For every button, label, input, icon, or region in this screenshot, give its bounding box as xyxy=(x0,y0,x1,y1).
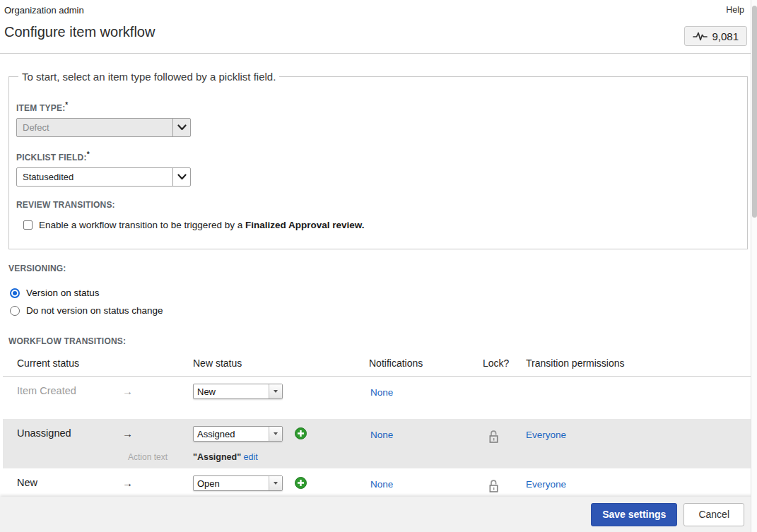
pulse-icon xyxy=(693,30,708,42)
dropdown-arrow-icon[interactable] xyxy=(269,427,282,441)
page-title: Configure item workflow xyxy=(4,24,155,40)
new-status-cell: Open xyxy=(193,475,369,497)
page-header: Organization admin Help Configure item w… xyxy=(0,0,757,54)
item-count-value: 9,081 xyxy=(712,30,739,42)
add-transition-button[interactable] xyxy=(295,427,307,439)
new-status-value: Assigned xyxy=(194,427,269,441)
chevron-down-icon xyxy=(172,119,190,136)
dropdown-arrow-icon[interactable] xyxy=(269,384,282,398)
help-link[interactable]: Help xyxy=(726,5,744,15)
notifications-cell: None xyxy=(369,475,483,497)
notifications-link[interactable]: None xyxy=(370,479,393,490)
fieldset-legend: To start, select an item type followed b… xyxy=(18,71,279,83)
versioning-section: VERSIONING: Version on status Do not ver… xyxy=(8,264,749,319)
required-asterisk: * xyxy=(87,150,90,158)
col-current-status: Current status xyxy=(17,357,122,369)
lock-cell xyxy=(483,475,526,497)
current-status-value: New xyxy=(17,475,122,497)
action-text-label: Action text xyxy=(122,447,193,463)
item-type-value: Defect xyxy=(17,119,172,136)
radio-icon[interactable] xyxy=(10,306,20,316)
radio-no-version-on-status-change[interactable]: Do not version on status change xyxy=(8,302,749,319)
item-type-group: ITEM TYPE:* Defect xyxy=(16,101,740,137)
picklist-field-select[interactable]: Statusedited xyxy=(16,167,191,187)
transition-row: Unassigned → Assigned None Everyone Acti… xyxy=(3,419,754,468)
permissions-link[interactable]: Everyone xyxy=(526,479,566,490)
vertical-scrollbar[interactable] xyxy=(751,0,757,532)
unlock-icon[interactable] xyxy=(488,479,499,493)
add-transition-button[interactable] xyxy=(295,477,307,489)
picklist-field-label: PICKLIST FIELD:* xyxy=(16,150,740,162)
arrow-right-icon: → xyxy=(122,384,193,405)
chevron-down-icon xyxy=(172,168,190,186)
notifications-cell: None xyxy=(369,426,483,447)
new-status-select[interactable]: Open xyxy=(193,475,283,491)
radio-icon[interactable] xyxy=(10,288,20,298)
action-text-value xyxy=(193,405,369,413)
new-status-cell: New xyxy=(193,384,369,405)
lock-cell xyxy=(483,426,526,447)
edit-action-text-link[interactable]: edit xyxy=(244,452,258,462)
col-new-status: New status xyxy=(193,357,369,369)
transition-row: Item Created → New None xyxy=(3,377,754,419)
permissions-cell xyxy=(526,384,754,405)
arrow-right-icon: → xyxy=(122,426,193,447)
col-transition-permissions: Transition permissions xyxy=(526,357,754,369)
notifications-cell: None xyxy=(369,384,483,405)
review-transitions-option: Enable a workflow transition to be trigg… xyxy=(16,220,740,230)
col-notifications: Notifications xyxy=(369,357,483,369)
new-status-value: Open xyxy=(194,476,269,490)
notifications-link[interactable]: None xyxy=(370,430,393,440)
footer-bar: Save settings Cancel xyxy=(0,497,757,532)
notifications-link[interactable]: None xyxy=(370,387,393,398)
breadcrumb: Organization admin xyxy=(4,5,84,16)
required-asterisk: * xyxy=(65,101,68,109)
arrow-right-icon: → xyxy=(122,475,193,497)
action-text-value: "Assigned" edit xyxy=(193,447,369,463)
item-type-label: ITEM TYPE:* xyxy=(16,101,740,113)
review-transitions-text: Enable a workflow transition to be trigg… xyxy=(39,220,364,230)
versioning-label: VERSIONING: xyxy=(8,264,749,273)
action-text-quote: "Assigned" xyxy=(193,452,244,462)
dropdown-arrow-icon[interactable] xyxy=(269,476,282,490)
review-transitions-group: REVIEW TRANSITIONS: Enable a workflow tr… xyxy=(16,200,740,230)
item-type-select[interactable]: Defect xyxy=(16,118,191,137)
review-transitions-checkbox[interactable] xyxy=(23,220,33,230)
new-status-cell: Assigned xyxy=(193,426,369,447)
new-status-select[interactable]: Assigned xyxy=(193,426,283,442)
versioning-options: Version on status Do not version on stat… xyxy=(8,284,749,319)
scrollbar-thumb[interactable] xyxy=(752,6,757,218)
current-status-value: Unassigned xyxy=(17,426,122,447)
new-status-value: New xyxy=(194,384,269,398)
permissions-cell: Everyone xyxy=(526,426,754,447)
unlock-icon[interactable] xyxy=(488,430,499,444)
permissions-link[interactable]: Everyone xyxy=(526,430,566,440)
radio-version-on-status[interactable]: Version on status xyxy=(8,284,749,302)
picklist-field-value: Statusedited xyxy=(17,168,172,186)
current-status-value: Item Created xyxy=(17,384,122,405)
workflow-transitions-label: WORKFLOW TRANSITIONS: xyxy=(8,336,749,346)
picklist-field-group: PICKLIST FIELD:* Statusedited xyxy=(16,150,740,187)
item-count-badge[interactable]: 9,081 xyxy=(684,26,747,46)
item-type-fieldset: To start, select an item type followed b… xyxy=(8,71,748,249)
lock-cell xyxy=(483,384,526,405)
permissions-cell: Everyone xyxy=(526,475,754,497)
cancel-button[interactable]: Cancel xyxy=(683,503,744,526)
save-settings-button[interactable]: Save settings xyxy=(591,503,677,526)
review-transitions-label: REVIEW TRANSITIONS: xyxy=(16,200,740,210)
new-status-select[interactable]: New xyxy=(193,384,283,399)
action-text-label xyxy=(122,405,193,413)
transitions-table-header: Current status New status Notifications … xyxy=(3,346,754,377)
col-lock: Lock? xyxy=(483,357,526,369)
